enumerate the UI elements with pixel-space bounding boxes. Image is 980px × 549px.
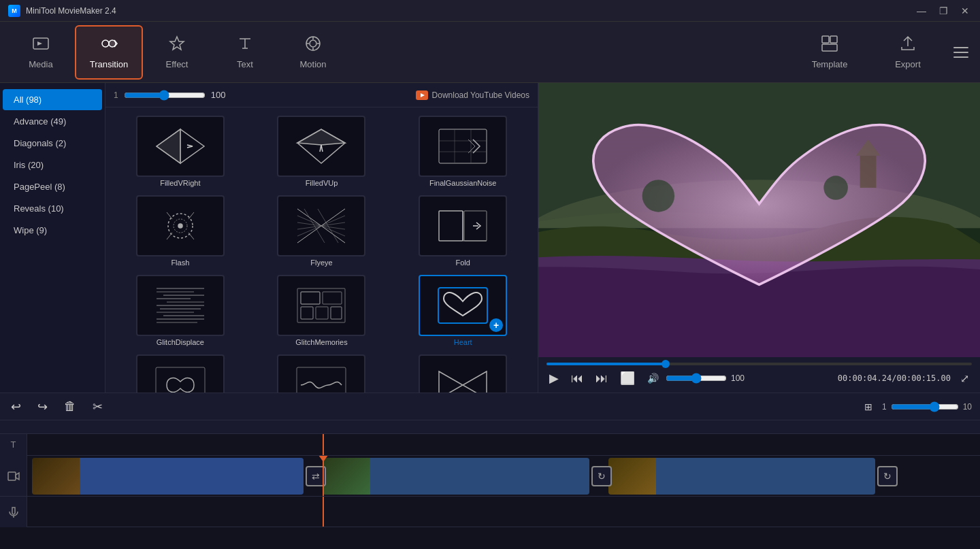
transition-filledvup[interactable]: FilledVUp xyxy=(252,113,391,190)
sidebar-item-all[interactable]: All (98) xyxy=(3,89,102,110)
play-button[interactable]: ▶ xyxy=(546,369,561,387)
fullscreen-button[interactable]: ⤢ xyxy=(958,371,972,386)
transition-fold-thumb xyxy=(419,195,507,256)
controls-row: ▶ ⏮ ⏭ ⬜ 🔊 100 00:00:04.24/00:00:15.00 ⤢ xyxy=(546,369,972,387)
scissors-button[interactable]: ✂ xyxy=(90,398,105,416)
transition-icon xyxy=(100,35,118,56)
toolbar-export-label: Export xyxy=(895,59,921,69)
timeline: ↩ ↪ 🗑 ✂ ⊞ 1 10 0s 5.5s 10s 15s T xyxy=(0,393,980,549)
svg-rect-6 xyxy=(822,36,829,43)
redo-button[interactable]: ↪ xyxy=(35,398,50,416)
titlebar-left: M MiniTool MovieMaker 2.4 xyxy=(8,5,116,17)
youtube-download-link[interactable]: Download YouTube Videos xyxy=(416,90,529,100)
transition-connector-1[interactable]: ⇄ xyxy=(304,458,328,495)
transition-infinity-thumb xyxy=(136,354,225,393)
hamburger-line-1 xyxy=(953,47,968,48)
close-button[interactable]: ✕ xyxy=(958,5,972,16)
add-badge: + xyxy=(489,318,503,332)
sidebar-item-wipe[interactable]: Wipe (9) xyxy=(3,220,102,241)
transition-filledvright-thumb xyxy=(136,116,225,177)
volume-value: 100 xyxy=(731,373,745,383)
toolbar-export[interactable]: Export xyxy=(874,25,942,80)
hamburger-line-2 xyxy=(953,52,968,53)
toolbar-motion[interactable]: Motion xyxy=(279,25,347,80)
transition-filledvright[interactable]: FilledVRight xyxy=(111,113,250,190)
svg-rect-46 xyxy=(301,292,320,304)
transition-connector-2[interactable]: ↻ xyxy=(589,458,614,495)
frame-button[interactable]: ⬜ xyxy=(617,369,638,387)
sidebar-item-advance[interactable]: Advance (49) xyxy=(3,111,102,132)
transition-glitchmemories[interactable]: GlitchMemories xyxy=(252,272,391,349)
svg-point-4 xyxy=(310,40,316,47)
sidebar-item-diagonals[interactable]: Diagonals (2) xyxy=(3,133,102,154)
svg-line-22 xyxy=(167,233,172,239)
zoom-slider[interactable] xyxy=(891,401,959,412)
progress-bar[interactable] xyxy=(546,363,972,365)
undo-button[interactable]: ↩ xyxy=(8,398,24,416)
video-clip-1[interactable] xyxy=(32,458,304,495)
toolbar-template[interactable]: Template xyxy=(792,25,867,80)
toolbar-transition-label: Transition xyxy=(90,59,129,69)
speed-slider-container: 1 100 xyxy=(114,90,405,101)
title-bar: M MiniTool MovieMaker 2.4 — ❐ ✕ xyxy=(0,0,980,22)
minimize-button[interactable]: — xyxy=(915,5,928,16)
speed-min-label: 1 xyxy=(114,90,118,100)
toolbar-transition[interactable]: Transition xyxy=(75,25,143,80)
timeline-ruler: 0s 5.5s 10s 15s xyxy=(0,420,980,434)
toolbar-media[interactable]: Media xyxy=(7,25,75,80)
zoom-slider-container: 1 10 xyxy=(882,401,972,412)
transition-finalgaussiannoise[interactable]: FinalGaussianNoise xyxy=(393,113,532,190)
titlebar-controls[interactable]: — ❐ ✕ xyxy=(915,5,972,16)
step-back-button[interactable]: ⏮ xyxy=(568,370,586,387)
zoom-max-label: 10 xyxy=(963,402,972,412)
svg-point-60 xyxy=(823,176,848,200)
transition-infinity[interactable]: Infinity xyxy=(111,352,250,393)
volume-slider[interactable] xyxy=(666,373,727,384)
transition-flyeye-thumb xyxy=(277,195,365,256)
transition-dots[interactable]: Dots xyxy=(252,352,391,393)
content-topbar: 1 100 Download YouTube Videos xyxy=(105,83,538,107)
transition-bowtie[interactable]: Bowtie xyxy=(393,352,532,393)
time-display: 00:00:04.24/00:00:15.00 xyxy=(838,373,951,383)
toolbar-text[interactable]: Text xyxy=(211,25,279,80)
sidebar-item-pagepeel[interactable]: PagePeel (8) xyxy=(3,176,102,197)
transition-flyeye[interactable]: Flyeye xyxy=(252,193,391,269)
transition-connector-3[interactable]: ↻ xyxy=(875,458,900,495)
transition-glitchmemories-name: GlitchMemories xyxy=(295,338,347,346)
sidebar-item-iris[interactable]: Iris (20) xyxy=(3,154,102,176)
speed-value: 100 xyxy=(211,90,226,100)
sidebar-item-reveals[interactable]: Reveals (10) xyxy=(3,198,102,219)
speed-slider[interactable] xyxy=(124,90,206,101)
hamburger-button[interactable] xyxy=(949,40,973,65)
video-clip-2[interactable] xyxy=(323,458,589,495)
svg-rect-53 xyxy=(297,367,346,393)
media-icon xyxy=(32,35,50,56)
transition-flash[interactable]: Flash xyxy=(111,193,250,269)
video-track-content: ⇄ ↻ ↻ xyxy=(27,456,980,496)
svg-rect-7 xyxy=(830,36,837,43)
preview-panel: ▶ ⏮ ⏭ ⬜ 🔊 100 00:00:04.24/00:00:15.00 ⤢ xyxy=(538,83,980,393)
tl-right-controls: ⊞ 1 10 xyxy=(862,400,972,414)
transition-icon-1: ⇄ xyxy=(306,466,326,486)
maximize-button[interactable]: ❐ xyxy=(936,5,950,16)
add-track-button[interactable]: ⊞ xyxy=(862,400,875,414)
transition-finalgaussiannoise-name: FinalGaussianNoise xyxy=(429,179,496,187)
svg-rect-45 xyxy=(297,288,345,322)
svg-rect-58 xyxy=(860,156,877,188)
motion-icon xyxy=(304,35,322,56)
toolbar-effect[interactable]: Effect xyxy=(143,25,211,80)
video-clip-3[interactable] xyxy=(608,458,875,495)
transition-fold[interactable]: Fold xyxy=(393,193,532,269)
svg-point-1 xyxy=(102,40,109,47)
delete-button[interactable]: 🗑 xyxy=(61,398,79,415)
effect-icon xyxy=(168,35,186,56)
step-forward-button[interactable]: ⏭ xyxy=(593,370,610,387)
transition-heart[interactable]: + Heart xyxy=(393,272,532,349)
transition-flash-name: Flash xyxy=(171,259,189,267)
transition-glitchdisplace[interactable]: GlitchDisplace xyxy=(111,272,250,349)
transition-finalgaussiannoise-thumb xyxy=(419,116,507,177)
transition-glitchmemories-thumb xyxy=(277,275,365,336)
youtube-icon xyxy=(416,90,428,100)
video-track-icon xyxy=(0,456,27,496)
volume-button[interactable]: 🔊 xyxy=(644,371,662,385)
